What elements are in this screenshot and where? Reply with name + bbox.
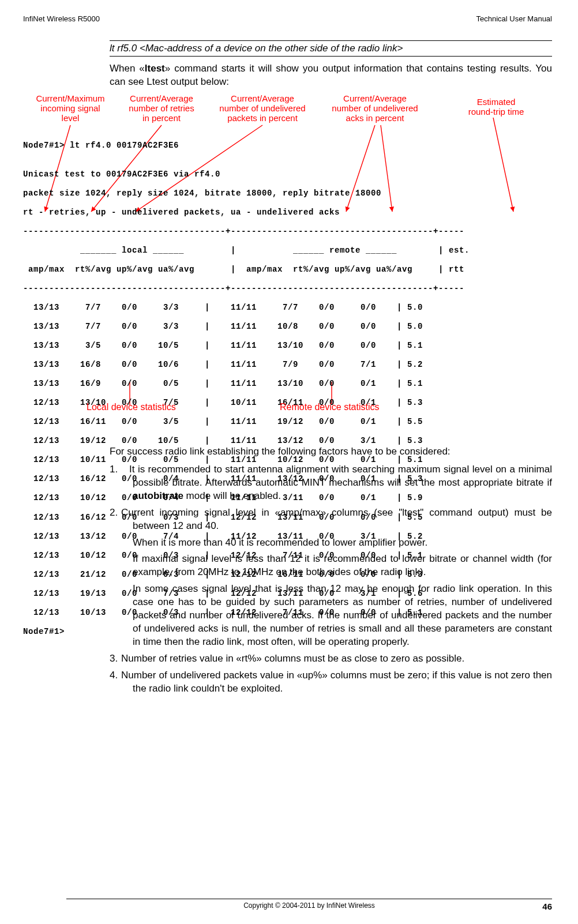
term-line: 12/13 10/12 0/0 0/3 | 12/12 7/11 0/0 0/0…	[23, 551, 577, 561]
annotation-retries: Current/Average number of retries in per…	[118, 93, 205, 123]
annot-text: number of retries	[129, 103, 194, 113]
annot-text: packets in percent	[227, 113, 298, 123]
intro-paragraph: When «ltest» command starts it will show…	[110, 62, 552, 89]
term-line: 12/13 16/12 0/0 0/3 | 12/12 13/11 0/0 0/…	[23, 513, 577, 523]
term-line: Node7#1> lt rf4.0 00179AC2F3E6	[23, 141, 577, 151]
term-line: 12/13 21/12 0/0 0/3 | 12/12 16/11 0/0 0/…	[23, 570, 577, 580]
terminal-output: Node7#1> lt rf4.0 00179AC2F3E6 Unicast t…	[23, 132, 577, 655]
intro-bold: ltest	[145, 63, 165, 74]
annotated-terminal-block: Current/Maximum incoming signal level Cu…	[23, 93, 509, 416]
term-line: _______ local ______ | ______ remote ___…	[23, 246, 577, 256]
term-line: 13/13 16/8 0/0 10/6 | 11/11 7/9 0/0 7/1 …	[23, 360, 577, 370]
annot-text: Current/Average	[343, 93, 407, 103]
annot-text: level	[62, 113, 80, 123]
annot-text: Estimated	[477, 97, 516, 107]
term-line: rt - retries, up - undelivered packets, …	[23, 208, 577, 217]
annotation-signal-level: Current/Maximum incoming signal level	[24, 93, 117, 123]
label-local-stats: Local device statistics	[87, 402, 176, 412]
term-line: 12/13 10/12 0/0 0/4 | 11/11 3/11 0/0 0/1…	[23, 493, 577, 503]
list-num-4: 4.	[110, 669, 121, 682]
annot-text: in percent	[142, 113, 181, 123]
term-line: ---------------------------------------+…	[23, 227, 577, 236]
intro-pre: When «	[110, 63, 145, 74]
term-line: ---------------------------------------+…	[23, 284, 577, 294]
annotation-undelivered-packets: Current/Average number of undelivered pa…	[211, 93, 314, 123]
annotation-rtt: Estimated round-trip time	[456, 97, 536, 117]
command-line-example: lt rf5.0 <Mac-address of a device on the…	[110, 40, 552, 57]
list-item-4: 4.Number of undelivered packets value in…	[110, 669, 552, 696]
page-header: InfiNet Wireless R5000 Technical User Ma…	[23, 14, 552, 23]
intro-post: » command starts it will show you output…	[110, 63, 552, 87]
term-line: 12/13 19/13 0/0 7/3 | 12/12 13/11 0/0 3/…	[23, 589, 577, 599]
term-line: Node7#1>	[23, 627, 577, 637]
term-line: 13/13 7/7 0/0 3/3 | 11/11 10/8 0/0 0/0 |…	[23, 322, 577, 332]
header-right: Technical User Manual	[476, 14, 552, 23]
annot-text: round-trip time	[468, 107, 524, 117]
annot-text: Current/Maximum	[36, 93, 104, 103]
list-text: Number of undelivered packets value in «…	[121, 670, 552, 694]
footer-copyright: Copyright © 2004-2011 by InfiNet Wireles…	[243, 902, 375, 910]
annot-text: number of undelivered	[219, 103, 305, 113]
term-line: 12/13 10/13 0/0 0/3 | 12/12 7/11 0/0 0/0…	[23, 608, 577, 618]
term-line: 12/13 10/11 0/0 0/5 | 11/11 10/12 0/0 0/…	[23, 455, 577, 465]
term-line: 13/13 7/7 0/0 3/3 | 11/11 7/7 0/0 0/0 | …	[23, 303, 577, 313]
page-number: 46	[542, 902, 552, 911]
annotation-undelivered-acks: Current/Average number of undelivered ac…	[323, 93, 427, 123]
term-line: 13/13 3/5 0/0 10/5 | 11/11 13/10 0/0 0/0…	[23, 341, 577, 351]
annot-text: number of undelivered	[332, 103, 418, 113]
annot-text: acks in percent	[346, 113, 404, 123]
term-line: 13/13 16/9 0/0 0/5 | 11/11 13/10 0/0 0/1…	[23, 379, 577, 389]
page-footer: Copyright © 2004-2011 by InfiNet Wireles…	[66, 899, 552, 910]
annot-text: Current/Average	[130, 93, 193, 103]
term-line: 12/13 16/12 0/0 0/4 | 11/11 13/12 0/0 0/…	[23, 474, 577, 484]
term-line: 12/13 19/12 0/0 10/5 | 11/11 13/12 0/0 3…	[23, 436, 577, 446]
term-line: 12/13 16/11 0/0 3/5 | 11/11 19/12 0/0 0/…	[23, 417, 577, 427]
term-line: Unicast test to 00179AC2F3E6 via rf4.0	[23, 170, 577, 179]
term-line: 12/13 13/12 0/0 7/4 | 11/12 13/11 0/0 3/…	[23, 532, 577, 542]
label-remote-stats: Remote device statistics	[280, 402, 380, 412]
term-line: amp/max rt%/avg up%/avg ua%/avg | amp/ma…	[23, 265, 577, 275]
annot-text: Current/Average	[231, 93, 294, 103]
annot-text: incoming signal	[40, 103, 100, 113]
header-left: InfiNet Wireless R5000	[23, 14, 100, 23]
term-line: packet size 1024, reply size 1024, bitra…	[23, 189, 577, 198]
